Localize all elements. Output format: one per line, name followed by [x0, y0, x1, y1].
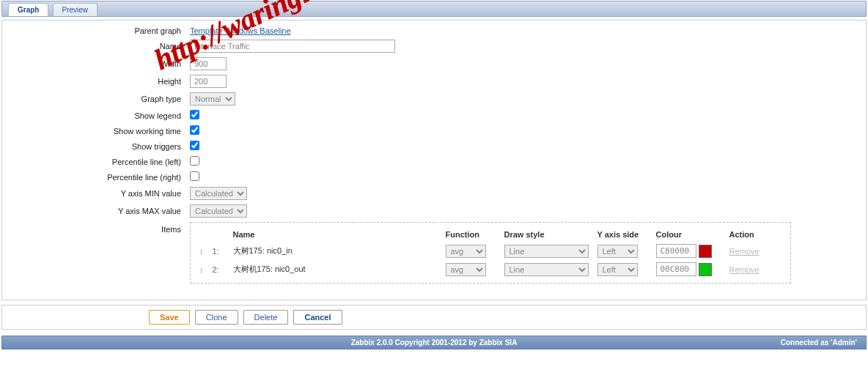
y-axis-side-select[interactable]: Left: [597, 245, 638, 258]
items-table: Name Function Draw style Y axis side Col…: [195, 227, 786, 278]
th-y-axis-side: Y axis side: [593, 227, 652, 242]
footer-connected: Connected as 'Admin': [517, 338, 857, 347]
footer-copyright: Zabbix 2.0.0 Copyright 2001-2012 by Zabb…: [351, 338, 518, 347]
draw-style-select[interactable]: Line: [504, 263, 589, 276]
remove-link[interactable]: Remove: [729, 247, 760, 256]
percentile-right-checkbox[interactable]: [190, 171, 199, 181]
colour-swatch[interactable]: [699, 245, 712, 258]
tab-bar: Graph Preview: [1, 1, 867, 17]
height-label: Height: [14, 77, 190, 86]
footer-bar: Zabbix 2.0.0 Copyright 2001-2012 by Zabb…: [1, 336, 867, 349]
graph-type-label: Graph type: [14, 95, 190, 103]
name-input[interactable]: [190, 40, 395, 53]
height-input[interactable]: [190, 75, 227, 88]
y-max-select[interactable]: Calculated: [190, 204, 247, 218]
row-name: 大树175: nic0_in: [229, 242, 441, 260]
percentile-left-label: Percentile line (left): [14, 158, 190, 166]
drag-handle-icon[interactable]: ↕: [199, 247, 204, 256]
show-legend-checkbox[interactable]: [190, 110, 199, 119]
y-axis-side-select[interactable]: Left: [597, 263, 638, 276]
name-label: Name: [14, 42, 190, 51]
show-working-time-checkbox[interactable]: [190, 125, 199, 135]
th-action: Action: [725, 227, 787, 242]
graph-config-panel: http://waringid.blog.51cto.com Parent gr…: [1, 20, 867, 300]
tab-preview[interactable]: Preview: [53, 3, 98, 16]
show-legend-label: Show legend: [14, 111, 190, 120]
colour-input[interactable]: [656, 244, 696, 258]
cancel-button[interactable]: Cancel: [293, 310, 342, 325]
table-row: ↕ 1: 大树175: nic0_in avg Line Left Remove: [195, 242, 786, 260]
parent-graph-label: Parent graph: [14, 26, 190, 35]
draw-style-select[interactable]: Line: [504, 245, 589, 258]
row-index: 2:: [208, 260, 229, 278]
th-function: Function: [441, 227, 500, 242]
row-index: 1:: [208, 242, 229, 260]
drag-handle-icon[interactable]: ↕: [199, 265, 204, 274]
y-min-label: Y axis MIN value: [14, 189, 190, 198]
y-max-label: Y axis MAX value: [14, 207, 190, 215]
width-label: Width: [14, 59, 190, 68]
width-input[interactable]: [190, 57, 227, 70]
function-select[interactable]: avg: [446, 263, 486, 276]
th-colour: Colour: [652, 227, 725, 242]
colour-input[interactable]: [656, 262, 696, 276]
parent-graph-link[interactable]: Template Windows Baseline: [190, 26, 291, 35]
graph-type-select[interactable]: Normal: [190, 92, 235, 106]
action-buttons-row: Save Clone Delete Cancel: [1, 305, 867, 330]
save-button[interactable]: Save: [149, 310, 190, 325]
items-label: Items: [14, 222, 190, 234]
show-triggers-label: Show triggers: [14, 142, 190, 151]
function-select[interactable]: avg: [446, 245, 486, 258]
remove-link[interactable]: Remove: [729, 265, 760, 274]
tab-graph[interactable]: Graph: [8, 3, 48, 16]
y-min-select[interactable]: Calculated: [190, 187, 247, 200]
percentile-left-checkbox[interactable]: [190, 156, 199, 166]
row-name: 大树机175: nic0_out: [229, 260, 441, 278]
show-working-time-label: Show working time: [14, 127, 190, 136]
th-draw-style: Draw style: [500, 227, 593, 242]
show-triggers-checkbox[interactable]: [190, 141, 199, 150]
items-table-container: Name Function Draw style Y axis side Col…: [190, 222, 791, 284]
th-name: Name: [229, 227, 441, 242]
table-row: ↕ 2: 大树机175: nic0_out avg Line Left Remo…: [195, 260, 786, 278]
clone-button[interactable]: Clone: [195, 310, 238, 325]
delete-button[interactable]: Delete: [243, 310, 289, 325]
colour-swatch[interactable]: [699, 263, 712, 276]
percentile-right-label: Percentile line (right): [14, 173, 190, 182]
